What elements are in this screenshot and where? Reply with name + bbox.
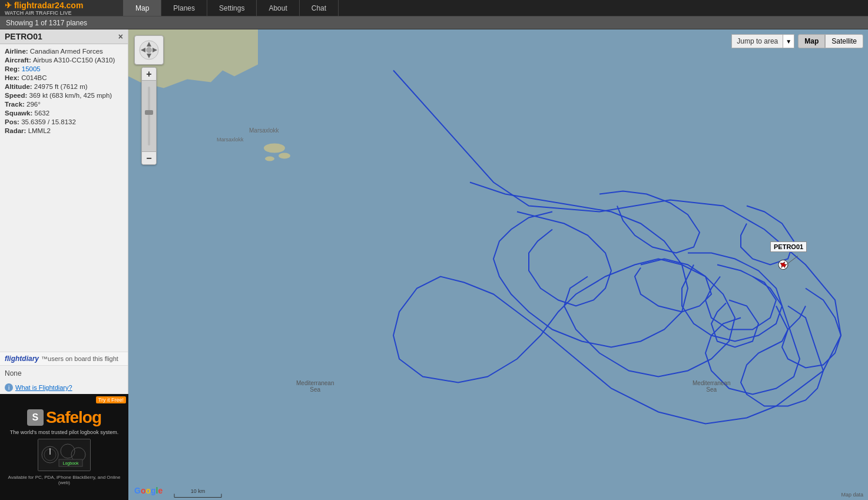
zoom-track [148, 87, 150, 145]
speed-row: Speed: 369 kt (683 km/h, 425 mph) [5, 92, 123, 99]
pan-control[interactable] [134, 35, 164, 65]
svg-text:Logbook: Logbook [63, 461, 79, 466]
altitude-row: Altitude: 24975 ft (7612 m) [5, 83, 123, 90]
sidebar: PETRO01 × Airline: Canadian Armed Forces… [0, 29, 128, 500]
aircraft-label-text: Aircraft: [5, 57, 33, 64]
flight-path-svg: Marsaxlokk Marsaxlokk [128, 29, 868, 500]
svg-point-13 [146, 47, 152, 53]
svg-point-16 [265, 157, 274, 161]
map-type-map-button[interactable]: Map [798, 34, 825, 48]
try-free-badge: Try it Free! [96, 396, 126, 403]
zoom-slider[interactable] [142, 81, 156, 151]
app-logo: ✈ flightradar24.com WATCH AIR TRAFFIC LI… [0, 0, 124, 16]
none-text: None [0, 366, 128, 381]
map-pan-zoom-controls: + − [134, 35, 164, 165]
tab-chat[interactable]: Chat [300, 0, 339, 16]
hex-value: C014BC [21, 74, 47, 81]
track-row: Track: 296° [5, 101, 123, 108]
track-label: Track: [5, 101, 26, 108]
status-text: Showing 1 of 1317 planes [6, 19, 87, 27]
logo-subtitle: WATCH AIR TRAFFIC LIVE [5, 10, 83, 16]
jump-to-area-dropdown[interactable]: ▼ [783, 34, 794, 48]
zoom-thumb[interactable] [145, 110, 153, 115]
place-label-med-sea-right: MediterraneanSea [693, 380, 730, 393]
aircraft-value: Airbus A310-CC150 (A310) [33, 57, 115, 64]
aircraft-marker[interactable] [777, 259, 790, 271]
nav-tabs: Map Planes Settings About Chat [124, 0, 339, 16]
logo-text: ✈ flightradar24.com [5, 1, 83, 10]
google-logo: Google [134, 486, 163, 495]
what-is-text: What is Flightdiary? [15, 384, 72, 391]
jump-to-area-label: Jump to area [731, 34, 783, 48]
map-type-satellite-button[interactable]: Satellite [825, 34, 863, 48]
squawk-value: 5632 [34, 110, 49, 117]
speed-value: 369 kt (683 km/h, 425 mph) [29, 92, 112, 99]
info-icon: i [5, 383, 13, 392]
jump-to-area-container: Jump to area ▼ [731, 34, 794, 48]
zoom-in-button[interactable]: + [142, 68, 156, 81]
flight-info-panel: Airline: Canadian Armed Forces Aircraft:… [0, 44, 128, 352]
squawk-row: Squawk: 5632 [5, 110, 123, 117]
scale-bar-svg: 10 km 5 mi [174, 488, 221, 501]
tab-map[interactable]: Map [124, 0, 161, 16]
main-content: PETRO01 × Airline: Canadian Armed Forces… [0, 29, 868, 500]
svg-text:Marsaxlokk: Marsaxlokk [217, 137, 244, 143]
zoom-controls: + − [141, 67, 157, 165]
map-type-buttons: Map Satellite [798, 34, 863, 48]
tab-planes[interactable]: Planes [161, 0, 207, 16]
altitude-label: Altitude: [5, 83, 34, 90]
svg-point-15 [279, 153, 290, 159]
close-button[interactable]: × [118, 32, 123, 41]
svg-text:10 km: 10 km [191, 488, 206, 494]
airline-row: Airline: Canadian Armed Forces [5, 48, 123, 55]
map-data-label: Map data [841, 492, 863, 498]
map-container[interactable]: Jump to area ▼ Map Satellite [128, 29, 868, 500]
flight-title: PETRO01 [5, 32, 42, 41]
hex-label: Hex: [5, 74, 21, 81]
reg-row: Reg: 15005 [5, 65, 123, 72]
sidebar-header: PETRO01 × [0, 29, 128, 44]
airline-label: Airline: [5, 48, 30, 55]
svg-point-19 [777, 259, 790, 271]
radar-value: LMML2 [28, 127, 51, 134]
radar-label: Radar: [5, 127, 28, 134]
advertisement-banner[interactable]: Try it Free! S Safelog The world's most … [0, 394, 128, 500]
ad-available-text: Available for PC, PDA, iPhone BlackBerry… [5, 473, 124, 486]
safelog-brand: Safelog [46, 408, 101, 427]
flightdiary-text: users on board this flight [48, 355, 118, 362]
svg-point-14 [264, 144, 285, 153]
pos-row: Pos: 35.6359 / 15.8132 [5, 118, 123, 125]
what-is-flightdiary[interactable]: i What is Flightdiary? [0, 381, 128, 394]
map-type-controls: Jump to area ▼ Map Satellite [731, 34, 863, 48]
tab-settings[interactable]: Settings [207, 0, 257, 16]
status-bar: Showing 1 of 1317 planes [0, 16, 868, 29]
zoom-out-button[interactable]: − [142, 151, 156, 164]
svg-text:Marsaxlokk: Marsaxlokk [249, 127, 280, 134]
pos-label: Pos: [5, 118, 21, 125]
track-value: 296° [26, 101, 41, 108]
aircraft-callout-label: PETRO01 [770, 241, 807, 252]
pos-value: 35.6359 / 15.8132 [21, 118, 76, 125]
flightdiary-bar: flightdiary ™ users on board this flight [0, 352, 128, 366]
svg-line-20 [786, 256, 798, 265]
flight-path-group [393, 71, 841, 424]
reg-link[interactable]: 15005 [22, 65, 41, 72]
speed-label: Speed: [5, 92, 29, 99]
flightdiary-users-text: ™ [41, 355, 48, 362]
flightdiary-logo: flightdiary [5, 355, 39, 363]
ad-tagline: The world's most trusted pilot logbook s… [8, 428, 121, 436]
radar-row: Radar: LMML2 [5, 127, 123, 134]
aircraft-row: Aircraft: Airbus A310-CC150 (A310) [5, 57, 123, 64]
airline-value: Canadian Armed Forces [30, 48, 103, 55]
reg-label: Reg: [5, 65, 22, 72]
top-navigation-bar: ✈ flightradar24.com WATCH AIR TRAFFIC LI… [0, 0, 868, 16]
hex-row: Hex: C014BC [5, 74, 123, 81]
tab-about[interactable]: About [257, 0, 299, 16]
squawk-label: Squawk: [5, 110, 34, 117]
altitude-value: 24975 ft (7612 m) [34, 83, 88, 90]
place-label-med-sea-left: MediterraneanSea [296, 380, 334, 393]
